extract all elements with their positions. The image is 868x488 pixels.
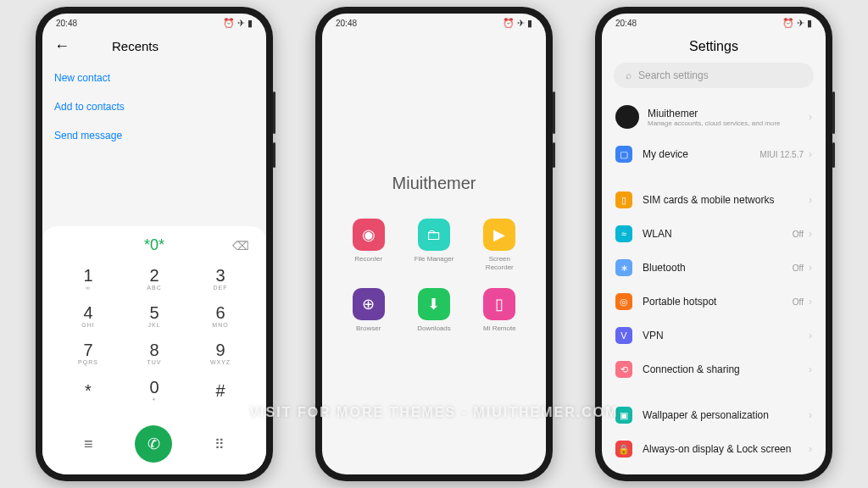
keypad-key-8[interactable]: 8TUV [129, 336, 180, 371]
app-screen-recorder[interactable]: ▶Screen Recorder [479, 219, 520, 271]
keypad-key-5[interactable]: 5JKL [129, 298, 180, 334]
call-button[interactable]: ✆ [135, 425, 172, 463]
item-title: WLAN [643, 228, 793, 240]
item-value: Off [793, 263, 804, 273]
app-label: Browser [356, 324, 381, 333]
app-browser[interactable]: ⊕Browser [348, 288, 389, 333]
chevron-right-icon: › [809, 330, 812, 341]
keypad-key-0[interactable]: 0+ [129, 373, 180, 408]
key-number: 8 [149, 341, 159, 358]
settings-item-wallpaper-personalization[interactable]: ▣Wallpaper & personalization› [614, 398, 814, 432]
settings-item-always-on-display-lock-screen[interactable]: 🔒Always-on display & Lock screen› [614, 432, 814, 466]
key-number: 0 [149, 379, 159, 396]
statusbar: 20:48 ⏰ ✈ ▮ [322, 14, 546, 32]
item-title: My device [643, 148, 760, 160]
dial-bottom-bar: ≡ ✆ ⠿ [42, 419, 266, 474]
key-number: 9 [215, 341, 225, 358]
settings-item-account[interactable]: Miuithemer Manage accounts, cloud servic… [614, 97, 814, 137]
volume-button [832, 92, 835, 134]
keypad-key-7[interactable]: 7PQRS [63, 336, 114, 371]
backspace-icon[interactable]: ⌫ [232, 239, 249, 252]
key-number: 5 [149, 304, 159, 321]
keypad-key-6[interactable]: 6MNO [195, 298, 246, 334]
battery-icon: ▮ [527, 18, 532, 29]
power-button [553, 142, 555, 168]
app-icon: 🗀 [418, 219, 450, 251]
settings-item-sim-cards-mobile-networks[interactable]: ▯SIM cards & mobile networks› [614, 183, 814, 217]
settings-item-vpn[interactable]: VVPN› [614, 319, 814, 352]
app-mi-remote[interactable]: ▯Mi Remote [479, 288, 520, 333]
back-icon[interactable]: ← [54, 37, 70, 55]
key-number: 2 [149, 267, 159, 284]
phone-frame-dialer: 20:48 ⏰ ✈ ▮ ← Recents New contact Add to… [36, 7, 273, 481]
settings-group-account: Miuithemer Manage accounts, cloud servic… [614, 97, 814, 171]
key-number: 4 [83, 304, 92, 321]
key-number: # [215, 382, 225, 399]
new-contact-link[interactable]: New contact [54, 64, 254, 92]
key-number: 6 [215, 304, 225, 321]
key-letters: GHI [81, 322, 94, 328]
statusbar: 20:48 ⏰ ✈ ▮ [42, 14, 266, 32]
key-letters: + [152, 396, 156, 402]
search-settings-input[interactable]: ⌕ Search settings [614, 63, 814, 88]
settings-item-portable-hotspot[interactable]: ◎Portable hotspotOff› [614, 285, 814, 319]
account-name: Miuithemer [648, 108, 809, 119]
key-letters: DEF [214, 285, 228, 291]
item-value: Off [793, 230, 804, 239]
send-message-link[interactable]: Send message [54, 121, 254, 150]
chevron-right-icon: › [809, 363, 812, 375]
notch [693, 8, 735, 12]
item-title: Connection & sharing [643, 363, 809, 375]
item-value: Off [793, 297, 804, 307]
settings-item-wlan[interactable]: ≈WLANOff› [614, 217, 814, 251]
chevron-right-icon: › [809, 148, 812, 160]
settings-item-mydevice[interactable]: ▢ My device MIUI 12.5.7 › [614, 137, 814, 171]
key-number: 7 [83, 341, 92, 358]
keypad-key-*[interactable]: * [63, 373, 114, 408]
app-icon: ▶ [483, 219, 515, 251]
app-label: Mi Remote [483, 324, 516, 333]
volume-button [553, 92, 555, 134]
settings-item-bluetooth[interactable]: ∗BluetoothOff› [614, 251, 814, 285]
settings-item-connection-sharing[interactable]: ⟲Connection & sharing› [614, 352, 814, 386]
app-grid: ◉Recorder🗀File Manager▶Screen Recorder⊕B… [348, 219, 520, 333]
screen-dialer: 20:48 ⏰ ✈ ▮ ← Recents New contact Add to… [42, 14, 266, 474]
app-label: Screen Recorder [479, 255, 520, 271]
app-downloads[interactable]: ⬇Downloads [413, 288, 454, 333]
settings-group-display: ▣Wallpaper & personalization›🔒Always-on … [614, 398, 814, 466]
notch [133, 8, 175, 12]
add-to-contacts-link[interactable]: Add to contacts [54, 92, 254, 121]
settings-list[interactable]: Miuithemer Manage accounts, cloud servic… [602, 97, 826, 474]
chevron-right-icon: › [809, 296, 812, 308]
app-icon: ⬇ [418, 288, 450, 320]
keypad-key-1[interactable]: 1∞ [63, 261, 114, 297]
keypad-key-3[interactable]: 3DEF [195, 261, 246, 297]
keypad-key-9[interactable]: 9WXYZ [195, 336, 246, 371]
setting-icon: ∗ [615, 259, 632, 276]
account-sub: Manage accounts, cloud services, and mor… [648, 119, 809, 127]
key-number: 1 [83, 267, 92, 284]
status-time: 20:48 [336, 19, 357, 28]
key-number: * [85, 382, 92, 399]
dial-display: *0* ⌫ [42, 226, 266, 261]
device-icon: ▢ [615, 146, 632, 163]
keypad-key-#[interactable]: # [195, 373, 246, 408]
app-recorder[interactable]: ◉Recorder [348, 219, 389, 271]
app-icon: ⊕ [353, 288, 385, 320]
keypad-toggle-icon[interactable]: ⠿ [214, 436, 225, 452]
key-letters: WXYZ [210, 359, 231, 365]
volume-button [273, 92, 275, 134]
keypad-key-2[interactable]: 2ABC [129, 261, 180, 297]
alarm-icon: ⏰ [223, 18, 235, 29]
status-time: 20:48 [56, 19, 77, 28]
keypad-key-4[interactable]: 4GHI [63, 298, 114, 334]
item-title: Always-on display & Lock screen [643, 443, 809, 455]
home-screen: Miuithemer ◉Recorder🗀File Manager▶Screen… [322, 32, 546, 474]
battery-icon: ▮ [807, 18, 812, 29]
app-label: File Manager [415, 255, 454, 263]
app-file-manager[interactable]: 🗀File Manager [413, 219, 454, 271]
notch [413, 8, 455, 12]
dialer-actions: New contact Add to contacts Send message [42, 60, 266, 153]
menu-icon[interactable]: ≡ [84, 435, 93, 453]
dialer-title: Recents [112, 39, 159, 53]
